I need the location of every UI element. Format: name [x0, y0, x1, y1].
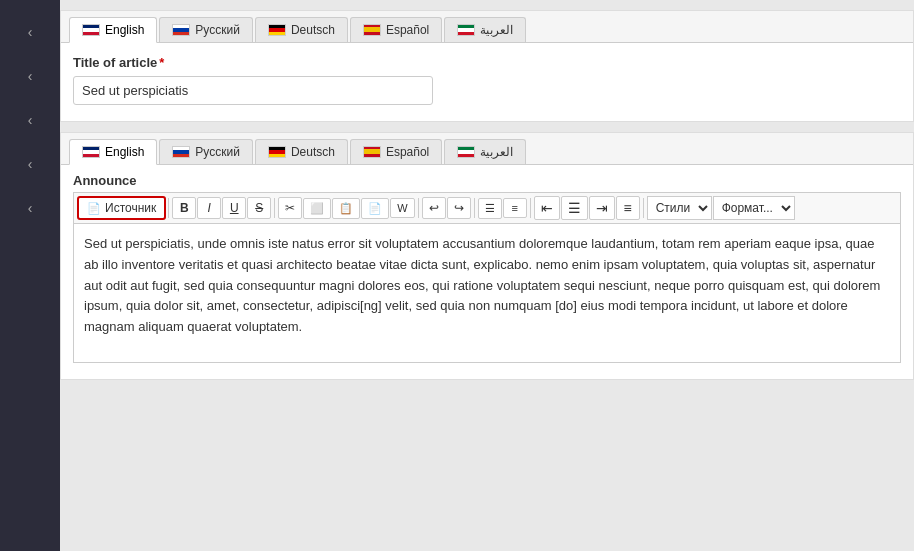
- cut-button[interactable]: ✂: [278, 197, 302, 219]
- copy-button[interactable]: ⬜: [303, 198, 331, 219]
- title-tab-en[interactable]: English: [69, 17, 157, 43]
- align-right-button[interactable]: ⇥: [589, 196, 615, 220]
- announce-label: Announce: [61, 165, 913, 192]
- title-lang-tabs: English Русский Deutsch Español العربية: [61, 11, 913, 43]
- undo-icon: ↩: [429, 201, 439, 215]
- align-center-button[interactable]: ☰: [561, 196, 588, 220]
- announce-tab-es-label: Español: [386, 145, 429, 159]
- editor-toolbar: 📄 Источник B I U S ✂ ⬜: [73, 192, 901, 223]
- separator-1: [168, 198, 169, 218]
- bold-button[interactable]: B: [172, 197, 196, 219]
- underline-label: U: [230, 201, 239, 215]
- announce-tab-de[interactable]: Deutsch: [255, 139, 348, 164]
- strike-label: S: [255, 201, 263, 215]
- title-tab-de[interactable]: Deutsch: [255, 17, 348, 42]
- title-tab-es[interactable]: Español: [350, 17, 442, 42]
- announce-tab-ar-label: العربية: [480, 145, 513, 159]
- redo-icon: ↪: [454, 201, 464, 215]
- source-button[interactable]: 📄 Источник: [78, 197, 165, 219]
- italic-button[interactable]: I: [197, 197, 221, 219]
- ol-icon: ☰: [485, 202, 495, 215]
- announce-tab-de-label: Deutsch: [291, 145, 335, 159]
- flag-ru-icon-2: [172, 146, 190, 158]
- flag-de-icon-2: [268, 146, 286, 158]
- title-field-label: Title of article*: [73, 55, 901, 70]
- flag-en-icon: [82, 24, 100, 36]
- title-tab-en-label: English: [105, 23, 144, 37]
- separator-6: [643, 198, 644, 218]
- format-select[interactable]: Формат...: [713, 196, 795, 220]
- source-icon: 📄: [87, 202, 101, 215]
- required-marker: *: [159, 55, 164, 70]
- unordered-list-button[interactable]: ≡: [503, 198, 527, 218]
- sidebar-toggle-4[interactable]: ‹: [0, 142, 60, 186]
- title-tab-de-label: Deutsch: [291, 23, 335, 37]
- separator-4: [474, 198, 475, 218]
- align-left-button[interactable]: ⇤: [534, 196, 560, 220]
- styles-select[interactable]: Стили: [647, 196, 712, 220]
- sidebar-toggle-1[interactable]: ‹: [0, 10, 60, 54]
- align-left-icon: ⇤: [541, 200, 553, 216]
- undo-button[interactable]: ↩: [422, 197, 446, 219]
- sidebar: ‹ ‹ ‹ ‹ ‹: [0, 0, 60, 551]
- separator-2: [274, 198, 275, 218]
- flag-en-icon-2: [82, 146, 100, 158]
- title-tab-ru[interactable]: Русский: [159, 17, 253, 42]
- cut-icon: ✂: [285, 201, 295, 215]
- title-section-body: Title of article*: [61, 43, 913, 121]
- announce-section: English Русский Deutsch Español العربية …: [60, 132, 914, 380]
- bold-label: B: [180, 201, 189, 215]
- announce-tab-ru[interactable]: Русский: [159, 139, 253, 164]
- editor-content-area[interactable]: Sed ut perspiciatis, unde omnis iste nat…: [73, 223, 901, 363]
- editor-text: Sed ut perspiciatis, unde omnis iste nat…: [84, 234, 890, 338]
- announce-tab-ru-label: Русский: [195, 145, 240, 159]
- copy-icon: ⬜: [310, 202, 324, 215]
- paste-word-icon: W: [397, 202, 407, 214]
- sidebar-toggle-3[interactable]: ‹: [0, 98, 60, 142]
- announce-lang-tabs: English Русский Deutsch Español العربية: [61, 133, 913, 165]
- align-right-icon: ⇥: [596, 200, 608, 216]
- flag-ar-icon: [457, 24, 475, 36]
- title-tab-ru-label: Русский: [195, 23, 240, 37]
- flag-es-icon: [363, 24, 381, 36]
- title-tab-es-label: Español: [386, 23, 429, 37]
- ul-icon: ≡: [511, 202, 517, 214]
- italic-label: I: [208, 201, 211, 215]
- announce-tab-ar[interactable]: العربية: [444, 139, 526, 164]
- sidebar-toggle-2[interactable]: ‹: [0, 54, 60, 98]
- ordered-list-button[interactable]: ☰: [478, 198, 502, 219]
- align-center-icon: ☰: [568, 200, 581, 216]
- separator-3: [418, 198, 419, 218]
- title-section: English Русский Deutsch Español العربية …: [60, 10, 914, 122]
- justify-button[interactable]: ≡: [616, 196, 640, 220]
- underline-button[interactable]: U: [222, 197, 246, 219]
- flag-ar-icon-2: [457, 146, 475, 158]
- redo-button[interactable]: ↪: [447, 197, 471, 219]
- flag-de-icon: [268, 24, 286, 36]
- paste-plain-button[interactable]: 📄: [361, 198, 389, 219]
- announce-tab-en-label: English: [105, 145, 144, 159]
- title-tab-ar-label: العربية: [480, 23, 513, 37]
- paste-icon: 📋: [339, 202, 353, 215]
- paste-plain-icon: 📄: [368, 202, 382, 215]
- paste-word-button[interactable]: W: [390, 198, 414, 218]
- announce-tab-es[interactable]: Español: [350, 139, 442, 164]
- separator-5: [530, 198, 531, 218]
- flag-ru-icon: [172, 24, 190, 36]
- title-tab-ar[interactable]: العربية: [444, 17, 526, 42]
- justify-icon: ≡: [624, 200, 632, 216]
- section-padding-bottom: [61, 363, 913, 379]
- paste-button[interactable]: 📋: [332, 198, 360, 219]
- source-label: Источник: [105, 201, 156, 215]
- title-input[interactable]: [73, 76, 433, 105]
- sidebar-toggle-5[interactable]: ‹: [0, 186, 60, 230]
- announce-tab-en[interactable]: English: [69, 139, 157, 165]
- main-content: English Русский Deutsch Español العربية …: [60, 0, 914, 551]
- strikethrough-button[interactable]: S: [247, 197, 271, 219]
- flag-es-icon-2: [363, 146, 381, 158]
